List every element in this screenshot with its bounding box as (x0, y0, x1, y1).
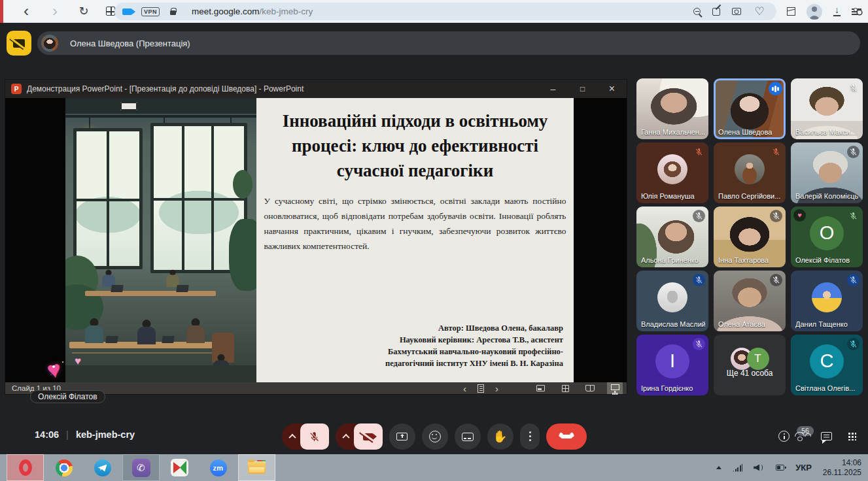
participant-tile[interactable]: IІрина Гордієнко (636, 335, 708, 395)
slide-view-button[interactable] (532, 382, 548, 394)
taskbar-app-telegram[interactable] (84, 454, 121, 481)
settings-sliders-icon[interactable] (852, 8, 861, 15)
hidden-icons-chevron[interactable] (716, 466, 721, 469)
close-icon[interactable] (597, 80, 627, 98)
explorer-icon (248, 461, 266, 474)
mic-muted-button[interactable] (300, 423, 329, 450)
taskbar-app-abbyy[interactable] (161, 454, 198, 481)
taskbar-app-zoom[interactable]: zm (200, 454, 237, 481)
previous-slide-icon[interactable] (463, 383, 466, 394)
notes-icon[interactable] (477, 384, 484, 393)
maximize-icon[interactable] (568, 80, 597, 98)
pin-edit-icon[interactable] (712, 8, 720, 16)
lock-icon[interactable] (170, 10, 176, 15)
network-signal-icon[interactable] (733, 464, 742, 472)
participant-tile[interactable]: TЩе 41 особа (714, 335, 786, 395)
slide-illustration (65, 98, 256, 382)
next-slide-icon[interactable] (495, 383, 498, 394)
address-bar[interactable]: VPN meet.google.com/keb-jmeb-cry (114, 3, 776, 20)
url-text[interactable]: meet.google.com/keb-jmeb-cry (192, 7, 687, 16)
mic-muted-icon (770, 146, 782, 158)
video-camera-icon[interactable] (122, 8, 132, 15)
camera-muted-button[interactable] (354, 423, 383, 450)
more-options-button[interactable] (520, 423, 540, 450)
present-screen-icon (396, 433, 408, 440)
language-indicator[interactable]: УКР (795, 463, 812, 473)
activities-grid-icon[interactable] (848, 432, 856, 440)
zoom-icon: zm (210, 459, 227, 476)
reaction-sender-name: Олексій Філатов (30, 390, 105, 403)
overflow-initial: T (747, 348, 769, 370)
participant-name: Владислав Маслий (641, 320, 705, 328)
leave-call-button[interactable] (546, 423, 587, 450)
mic-control[interactable] (282, 423, 329, 450)
powerpoint-titlebar[interactable]: P Демонстрация PowerPoint - [Презентація… (5, 80, 627, 98)
participant-tile[interactable]: Юлія Романуша (636, 142, 708, 203)
participant-tile[interactable]: Ганна Михальчен... (636, 78, 708, 139)
powerpoint-window: P Демонстрация PowerPoint - [Презентація… (5, 80, 627, 394)
reactions-button[interactable] (422, 423, 448, 450)
meet-bottom-bar: 14:06 | keb-jmeb-cry (0, 419, 868, 454)
participant-tile[interactable]: Інна Тахтарова (714, 207, 786, 267)
participant-tile[interactable]: O♥Олексій Філатов (791, 207, 863, 267)
heart-reaction-icon-small: ♥ (75, 355, 81, 368)
zoom-search-icon[interactable] (693, 8, 701, 15)
participant-tile[interactable]: Альона Гриненко (636, 207, 708, 267)
more-options-icon (529, 431, 531, 442)
participant-tile[interactable]: Олена Атаєва (714, 271, 786, 331)
refresh-icon[interactable] (77, 5, 90, 18)
reading-view-button[interactable] (582, 382, 598, 394)
chat-icon[interactable] (821, 432, 832, 440)
participant-tile[interactable]: Владислав Маслий (636, 271, 708, 331)
profile-avatar-icon[interactable] (807, 4, 822, 20)
volume-icon[interactable] (754, 464, 763, 472)
participant-tile[interactable]: Валерій Коломієць (791, 142, 863, 203)
presenter-avatar (41, 35, 58, 52)
back-icon[interactable] (20, 5, 33, 18)
bookmark-heart-icon[interactable] (753, 5, 766, 18)
grid-view-button[interactable] (557, 382, 573, 394)
captions-button[interactable] (455, 423, 481, 450)
participant-tile[interactable]: Васильєв Макси... (791, 78, 863, 139)
mic-off-icon (309, 431, 320, 442)
downloads-icon[interactable] (833, 7, 841, 16)
participant-name: Олена Шведова (718, 128, 782, 136)
tab-grid-icon[interactable] (106, 7, 115, 16)
taskbar-app-explorer[interactable] (238, 454, 275, 481)
taskbar-app-viber[interactable] (122, 454, 160, 481)
participant-name: Васильєв Макси... (795, 128, 859, 136)
taskbar-app-opera[interactable] (7, 454, 44, 481)
forward-icon[interactable] (48, 5, 61, 18)
opera-icon (19, 459, 32, 476)
clock-date[interactable]: 14:06 26.11.2025 (823, 458, 861, 478)
taskbar-app-chrome[interactable] (45, 454, 82, 481)
presenter-view-button[interactable] (607, 382, 623, 394)
battery-icon[interactable] (776, 465, 784, 471)
participant-name: Павло Сергійови... (718, 192, 782, 200)
snapshot-icon[interactable] (732, 8, 741, 15)
author-line: педагогічний інститут ХНУ імені В. Н. Ка… (385, 357, 563, 369)
stop-presenting-button[interactable] (7, 31, 31, 56)
extension-cube-icon[interactable] (787, 7, 795, 16)
raise-hand-button[interactable] (487, 423, 513, 450)
participant-name: Ще 41 особа (714, 369, 786, 378)
participant-tile[interactable]: Павло Сергійови... (714, 142, 786, 203)
meeting-code: keb-jmeb-cry (76, 429, 135, 440)
raise-hand-icon (493, 429, 507, 444)
vpn-badge[interactable]: VPN (141, 7, 160, 16)
info-icon[interactable] (778, 431, 790, 442)
participant-tile[interactable]: CСвітлана Олегів... (791, 335, 863, 395)
mic-muted-icon (847, 146, 859, 158)
floating-reaction: ♥ ♥ (43, 355, 82, 389)
taskbar-apps: zm (0, 454, 275, 481)
minimize-icon[interactable] (538, 80, 568, 98)
slideshow-area: Інноваційні підходи в освітньому процесі… (5, 98, 627, 382)
author-line: Науковий керівник: Арестова Т.В., асисте… (385, 334, 563, 346)
camera-control[interactable] (336, 423, 383, 450)
tile-reaction-badge: ♥ (793, 209, 806, 222)
participant-tile[interactable]: Олена Шведова (714, 78, 786, 139)
participant-tile[interactable]: Данил Тащенко (791, 271, 863, 331)
presenter-banner[interactable]: Олена Шведова (Презентація) (37, 31, 860, 55)
present-screen-button[interactable] (389, 423, 415, 450)
heart-reaction-icon: ♥ (45, 355, 63, 384)
